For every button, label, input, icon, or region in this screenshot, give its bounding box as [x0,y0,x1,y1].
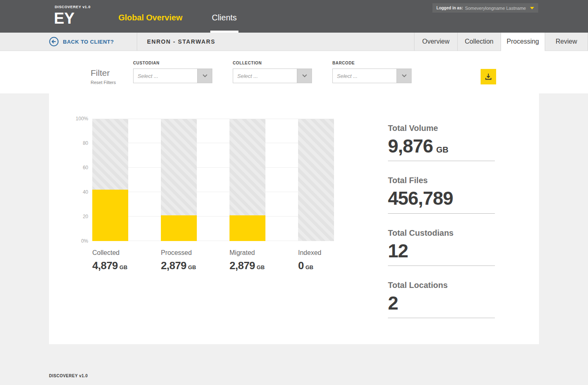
category-label: Collected [92,249,128,257]
caret-down-icon [530,7,534,9]
collection-filter: COLLECTION Select ... [233,61,312,93]
chart-x-labels: Collected 4,879GB Processed 2,879GB Migr… [92,249,334,272]
chart-plot-area [92,119,334,241]
collection-select-value: Select ... [233,73,258,79]
stat-label: Total Custodians [388,228,495,238]
divider [388,266,495,266]
tab-processing[interactable]: Processing [501,33,545,51]
arrow-left-circle-icon [49,37,59,46]
custodian-select[interactable]: Select ... [133,69,212,83]
download-button[interactable] [481,69,496,84]
label-migrated: Migrated 2,879GB [229,249,265,272]
reset-filters-link[interactable]: Reset Filters [91,80,133,85]
chevron-down-icon [197,69,212,83]
tab-review[interactable]: Review [545,33,588,51]
stat-label: Total Locations [388,281,495,290]
filter-title: Filter [91,68,133,78]
chart-column-migrated [229,119,265,241]
page-footer: DISCOVEREY v1.0 [0,344,588,378]
divider [388,213,495,214]
download-icon [484,73,492,81]
back-label: BACK TO CLIENT? [63,39,114,45]
chevron-down-icon [396,69,411,83]
stat-total-locations: Total Locations 2 [388,281,495,318]
logged-in-label: Logged in as: [437,6,463,10]
back-to-client-button[interactable]: BACK TO CLIENT? [49,33,137,51]
y-tick: 20 [83,214,88,219]
collection-label: COLLECTION [233,61,312,65]
stat-total-custodians: Total Custodians 12 [388,228,495,266]
unit-label: GB [257,264,265,270]
nav-global-overview[interactable]: Global Overview [118,0,183,33]
value-label: 2,879 [161,259,187,272]
footer-version: DISCOVEREY v1.0 [49,374,539,378]
stat-value: 12 [388,240,408,261]
stats-panel: Total Volume 9,876GB Total Files 456,789… [388,124,495,333]
user-name: Someverylongname Lastname [465,6,526,11]
ey-logo: EY [54,11,75,26]
sub-nav: BACK TO CLIENT? ENRON - STARWARS Overvie… [0,33,588,51]
filter-bar: Filter Reset Filters CUSTODIAN Select ..… [0,51,588,93]
collection-select[interactable]: Select ... [233,69,312,83]
custodian-label: CUSTODIAN [133,61,212,65]
y-tick: 60 [83,165,88,170]
main-content: 100% 80 60 40 20 0% [0,93,588,344]
y-tick: 100% [76,116,88,122]
top-header: DISCOVEREY v1.0 EY Global Overview Clien… [0,0,588,33]
stat-label: Total Files [388,176,495,185]
stat-total-files: Total Files 456,789 [388,176,495,213]
bar-processed [161,215,197,241]
divider [388,161,495,161]
category-label: Indexed [298,249,334,257]
tab-collection[interactable]: Collection [457,33,501,51]
category-label: Migrated [229,249,265,257]
y-tick: 80 [83,140,88,146]
custodian-filter: CUSTODIAN Select ... [133,61,212,93]
label-processed: Processed 2,879GB [161,249,197,272]
unit-label: GB [120,264,128,270]
chart-column-collected [92,119,128,241]
tab-bar: Overview Collection Processing Review [414,33,588,51]
barcode-select-value: Select ... [333,73,358,79]
stat-total-volume: Total Volume 9,876GB [388,124,495,161]
category-label: Processed [161,249,197,257]
value-label: 2,879 [229,259,255,272]
y-tick: 0% [81,238,88,244]
value-label: 4,879 [92,259,118,272]
stat-value: 2 [388,292,398,314]
nav-clients[interactable]: Clients [212,0,237,33]
chevron-down-icon [297,69,312,83]
chart-column-indexed [298,119,334,241]
bar-migrated [229,215,265,241]
stat-unit: GB [436,145,448,154]
stat-value: 456,789 [388,188,453,209]
chart-column-processed [161,119,197,241]
bar-collected [92,190,128,241]
stat-value: 9,876 [388,135,433,157]
y-tick: 40 [83,189,88,195]
bar-track [298,119,334,241]
label-indexed: Indexed 0GB [298,249,334,272]
stat-label: Total Volume [388,124,495,133]
volume-bar-chart: 100% 80 60 40 20 0% [74,119,334,241]
barcode-select[interactable]: Select ... [332,69,412,83]
unit-label: GB [305,264,314,270]
top-nav: Global Overview Clients [118,0,237,33]
processing-card: 100% 80 60 40 20 0% [49,93,539,344]
barcode-filter: BARCODE Select ... [332,61,412,93]
chart-y-axis: 100% 80 60 40 20 0% [74,119,92,241]
value-label: 0 [298,259,304,272]
divider [388,318,495,318]
client-name: ENRON - STARWARS [147,38,414,45]
app-version: DISCOVEREY v1.0 [55,5,91,9]
tab-overview[interactable]: Overview [414,33,457,51]
user-menu[interactable]: Logged in as: Someverylongname Lastname [432,3,538,13]
unit-label: GB [188,264,196,270]
custodian-select-value: Select ... [134,73,158,79]
label-collected: Collected 4,879GB [92,249,128,272]
barcode-label: BARCODE [332,61,412,65]
